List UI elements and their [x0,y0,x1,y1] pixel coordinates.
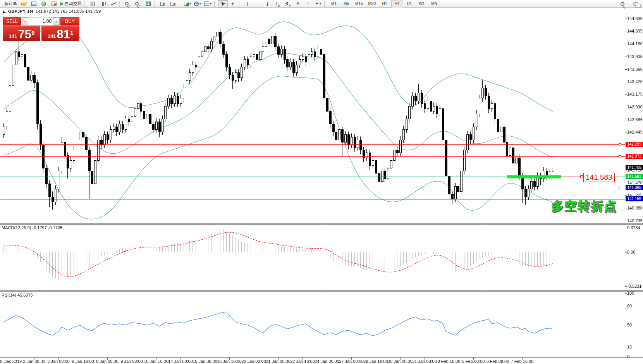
candle-chart-button[interactable] [98,0,108,8]
timeframe-M30-label: M30 [368,2,376,6]
sell-price-sup: 9 [31,29,34,36]
time-axis-label: 7 Feb 16:00 [505,359,540,364]
crosshair-icon-glyph: + [231,1,234,7]
text-tool[interactable]: A [293,0,303,8]
zoom-in-icon [125,2,129,5]
zoom-in-button[interactable]: + [123,0,133,8]
buy-price[interactable]: 141 81 1 [41,26,79,41]
toolbar-right [617,0,641,8]
turning-point-annotation[interactable]: 多空转折点 [552,198,617,215]
clock-icon [194,2,199,6]
bar-chart-button[interactable] [88,0,98,8]
line-chart-button[interactable] [108,0,118,8]
price-axis-tick: 140.735 [627,218,643,223]
cursor-tool[interactable]: ➤ [218,0,228,8]
market-watch-button[interactable] [29,0,39,8]
price-axis-tick: 141.470 [627,180,643,185]
gold-bars-icon [21,2,26,5]
timeframe-D1[interactable]: D1 [403,0,416,8]
timeframe-H4[interactable]: H4 [391,0,403,8]
search-button[interactable] [617,0,628,8]
arrows-tool[interactable]: ✦▾ [313,0,323,8]
line-chart-icon [111,2,116,6]
price-badge: 141.759 [626,165,643,170]
terminal-button[interactable] [49,0,59,8]
chart-shift-icon [170,2,175,6]
price-callout-label[interactable]: 141.583 [583,173,615,182]
price-axis-tick: 140.980 [627,206,643,210]
volume-up-button[interactable]: ▲ [53,17,59,25]
template-icon [204,2,209,6]
auto-trading-button[interactable]: 自动交易 [59,0,83,8]
templates-button[interactable]: ▾ [203,0,213,8]
buy-price-big: 81 [57,29,70,40]
symbol-header: GBPJPY-,H4 141.672 141.763 141.635 141.7… [3,9,101,14]
price-badge: 142.209 [626,142,643,147]
sell-button[interactable]: SELL [3,17,21,26]
trendline-tool[interactable]: / [263,0,273,8]
chart-shift-button[interactable] [168,0,178,8]
buy-price-sup: 1 [70,29,73,36]
timeframe-M15[interactable]: M15 [352,0,365,8]
crosshair-tool[interactable]: + [228,0,238,8]
timeframe-M1-label: M1 [331,2,337,6]
timeframe-W1[interactable]: W1 [416,0,428,8]
auto-scroll-icon [160,2,165,6]
chat-icon [633,2,638,6]
volume-down-button[interactable]: ▼ [22,17,28,25]
timeframe-H1[interactable]: H1 [378,0,391,8]
zoom-out-button[interactable]: − [133,0,143,8]
sell-price[interactable]: 141 75 9 [3,26,40,41]
vertical-line-icon-glyph: | [247,2,248,6]
timeframe-M15-label: M15 [355,2,363,6]
timeframe-M5[interactable]: M5 [340,0,352,8]
zoom-out-icon-glyph: − [139,4,141,7]
toolbar-separator [154,1,156,7]
timeframe-H4-label: H4 [395,2,400,6]
timeframe-W1-label: W1 [419,2,425,6]
navigator-icon [41,2,46,6]
tile-windows-button[interactable] [143,0,153,8]
auto-scroll-button[interactable] [158,0,168,8]
fibonacci-tool[interactable]: ≶F [283,0,293,8]
text-label-tool[interactable]: T [303,0,313,8]
new-order-button[interactable]: 新订单 [2,0,19,8]
price-axis-tick: 142.685 [627,117,643,122]
indicators-icon [184,2,189,6]
search-icon [621,2,624,6]
timeframe-MN-label: MN [431,2,437,6]
navigator-button[interactable] [39,0,49,8]
price-axis-tick: 144.635 [627,16,643,21]
cursor-icon-glyph: ➤ [219,0,226,7]
toolbar-separator [324,1,326,7]
timeframe-M30[interactable]: M30 [366,0,378,8]
macd-axis-tick: 0.00 [627,250,643,254]
rsi-axis-tick: 50 [627,323,643,327]
volume-input[interactable] [28,17,53,25]
timeframe-MN[interactable]: MN [428,0,440,8]
channel-icon-glyph2: E [278,4,280,7]
channel-tool[interactable]: ⫽E [273,0,283,8]
price-badge: 141.369 [626,185,643,190]
horizontal-line-tool[interactable]: — [253,0,263,8]
channel-icon-glyph: ⫽ [275,2,277,6]
sell-price-big: 75 [18,29,31,40]
price-axis-tick: 142.930 [627,105,643,109]
one-click-trading-panel: SELL ▼ ▲ BUY 141 75 9 141 81 1 [3,17,79,41]
macd-axis-tick: 0.3734 [627,225,643,230]
horizontal-line-icon-glyph: — [256,2,260,6]
arrows-icon-glyph: ✦ [315,2,318,6]
indicators-button[interactable]: ▾ [182,0,193,8]
price-badge: 141.583 [626,174,643,179]
price-axis-tick: 144.395 [627,29,643,33]
periods-button[interactable]: ▾ [193,0,203,8]
price-axis-tick: 143.905 [627,54,643,59]
buy-button[interactable]: BUY [60,17,79,26]
rsi-label: RSI(14) 45.6075 [2,293,33,297]
vertical-line-tool[interactable]: | [242,0,253,8]
timeframe-M1[interactable]: M1 [328,0,340,8]
chat-button[interactable] [631,0,641,8]
play-icon [60,2,64,6]
chart-canvas[interactable] [0,0,643,364]
gold-history-button[interactable] [19,0,29,8]
